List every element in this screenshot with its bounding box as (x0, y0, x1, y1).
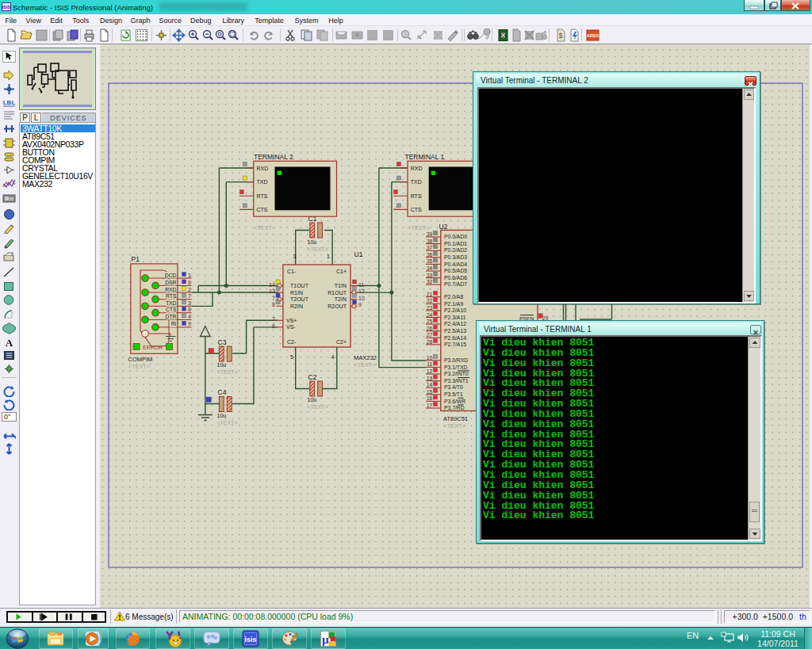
svg-text:P0.4/AD4: P0.4/AD4 (444, 262, 467, 267)
svg-text:<TEXT>: <TEXT> (308, 246, 328, 252)
svg-text:P0.6/AD6: P0.6/AD6 (444, 275, 467, 281)
svg-text:10: 10 (427, 355, 433, 361)
svg-text:5: 5 (290, 354, 293, 360)
svg-text:13: 13 (427, 376, 433, 381)
svg-text:25: 25 (427, 319, 433, 324)
svg-text:12: 12 (427, 368, 433, 374)
svg-text:P2.0/A8: P2.0/A8 (444, 294, 463, 300)
svg-text:P0.2/AD2: P0.2/AD2 (444, 247, 467, 253)
svg-text:A: A (6, 336, 13, 348)
svg-text:32: 32 (427, 279, 433, 284)
svg-text:9: 9 (358, 302, 362, 307)
svg-text:isis: isis (244, 636, 256, 643)
svg-text:DTR: DTR (166, 314, 177, 319)
svg-text:6: 6 (272, 323, 275, 329)
svg-text:P0.5/AD5: P0.5/AD5 (444, 268, 467, 273)
svg-text:P3.2/INT0: P3.2/INT0 (444, 371, 469, 376)
svg-text:ERROR: ERROR (143, 345, 163, 350)
svg-text:TERMINAL 1: TERMINAL 1 (405, 153, 445, 161)
svg-text:TXD: TXD (166, 300, 177, 306)
svg-text:36: 36 (427, 252, 433, 258)
svg-text:P0.3/AD3: P0.3/AD3 (444, 254, 467, 260)
svg-text:14: 14 (427, 382, 433, 387)
svg-text:P2.4/A12: P2.4/A12 (444, 321, 466, 326)
svg-text:C2+: C2+ (336, 339, 347, 345)
svg-text:R1IN: R1IN (290, 290, 303, 296)
svg-text:<TEXT>: <TEXT> (308, 404, 328, 410)
svg-text:39: 39 (427, 231, 433, 237)
svg-text:38: 38 (427, 239, 433, 244)
svg-text:RXD: RXD (257, 166, 269, 171)
svg-text:P3.6/WR: P3.6/WR (444, 399, 465, 404)
svg-text:11: 11 (427, 361, 432, 367)
svg-text:P2.1/A9: P2.1/A9 (444, 301, 463, 307)
svg-text:P1: P1 (132, 255, 140, 263)
svg-text:P2.7/A15: P2.7/A15 (444, 342, 466, 347)
svg-text:DSR: DSR (165, 280, 176, 285)
svg-text:2: 2 (188, 287, 191, 292)
svg-text:14: 14 (269, 282, 275, 288)
svg-text:CTS: CTS (166, 307, 177, 312)
svg-text:R2OUT: R2OUT (327, 304, 347, 309)
svg-text:8: 8 (272, 302, 275, 307)
svg-text:VS+: VS+ (286, 318, 297, 323)
svg-text:10u: 10u (308, 397, 317, 403)
svg-text:VS-: VS- (286, 324, 296, 330)
svg-text:<TEXT>: <TEXT> (354, 361, 377, 368)
svg-text:P3.0/RXD: P3.0/RXD (444, 357, 468, 363)
svg-text:<TEXT>: <TEXT> (217, 369, 238, 375)
svg-text:12: 12 (358, 288, 365, 294)
svg-text:P0.0/AD0: P0.0/AD0 (444, 234, 467, 239)
svg-text:11: 11 (358, 282, 364, 288)
svg-text:10u: 10u (217, 413, 227, 418)
svg-text:10u: 10u (217, 362, 227, 368)
svg-text:24: 24 (427, 312, 433, 318)
svg-text:3: 3 (188, 300, 191, 306)
svg-text:U2: U2 (439, 223, 448, 231)
svg-text:10: 10 (358, 296, 365, 301)
svg-text:R2IN: R2IN (290, 304, 303, 309)
svg-text:DCD: DCD (165, 273, 177, 278)
svg-text:1: 1 (327, 254, 330, 259)
svg-text:7: 7 (188, 293, 191, 299)
svg-text:T2IN: T2IN (335, 296, 347, 302)
svg-text:<TEXT>: <TEXT> (254, 224, 277, 231)
svg-text:P3.5/T1: P3.5/T1 (444, 391, 463, 397)
svg-text:MAX232: MAX232 (354, 354, 377, 361)
svg-text:23: 23 (427, 305, 433, 311)
svg-text:2: 2 (272, 316, 275, 322)
svg-text:COMPIM: COMPIM (128, 356, 153, 363)
svg-text:RI: RI (171, 321, 177, 326)
svg-text:TXD: TXD (411, 179, 422, 185)
svg-text:P2.3/A11: P2.3/A11 (444, 315, 466, 320)
svg-text:<TEXT>: <TEXT> (217, 420, 238, 426)
svg-text:U1: U1 (354, 250, 363, 258)
svg-text:16: 16 (427, 395, 433, 401)
svg-text:6: 6 (188, 280, 191, 285)
svg-text:TERMINAL 2: TERMINAL 2 (254, 153, 293, 161)
svg-text:AT89C51: AT89C51 (443, 415, 468, 422)
svg-text:P0.7/AD7: P0.7/AD7 (444, 281, 467, 287)
svg-text:RTS: RTS (411, 193, 422, 199)
svg-text:1: 1 (188, 273, 191, 278)
svg-text:P2.6/A14: P2.6/A14 (444, 335, 466, 341)
svg-text:8: 8 (188, 307, 191, 312)
svg-text:T1IN: T1IN (335, 283, 347, 288)
svg-text:<TEXT>: <TEXT> (443, 422, 466, 429)
svg-text:4: 4 (331, 354, 335, 360)
svg-text:R1OUT: R1OUT (327, 290, 347, 296)
svg-text:ARES: ARES (587, 33, 599, 38)
svg-text:P3.4/T0: P3.4/T0 (444, 384, 463, 390)
svg-text:9: 9 (188, 321, 191, 326)
svg-text:CTS: CTS (411, 207, 422, 212)
svg-text:15: 15 (427, 389, 433, 395)
svg-text:17: 17 (427, 403, 433, 408)
svg-text:3: 3 (293, 254, 297, 259)
svg-text:µ: µ (322, 633, 329, 646)
svg-text:P3.3/INT1: P3.3/INT1 (444, 378, 469, 384)
svg-text:27: 27 (427, 332, 433, 338)
svg-text:<TEXT>: <TEXT> (128, 363, 151, 370)
svg-text:T1OUT: T1OUT (290, 283, 309, 288)
svg-text:C4: C4 (218, 388, 227, 396)
svg-text:RXD: RXD (411, 166, 423, 171)
